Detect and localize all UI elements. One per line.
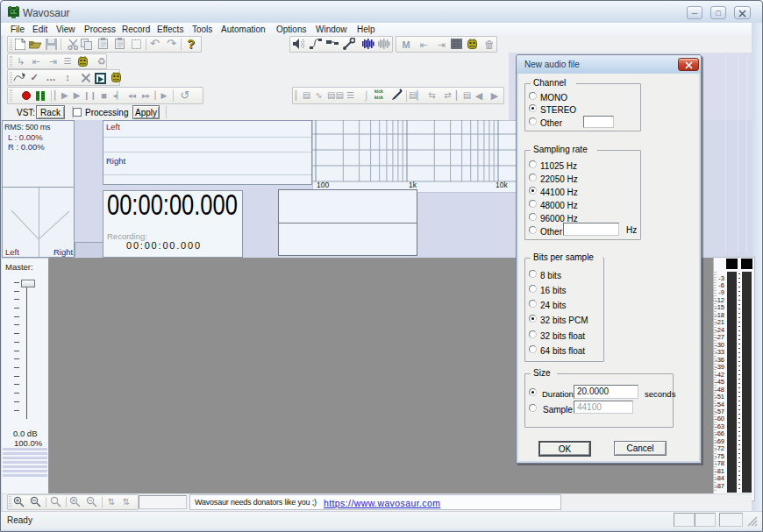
svg-text:1k: 1k (409, 181, 417, 189)
svg-text:100: 100 (317, 181, 329, 189)
svg-text:10k: 10k (496, 181, 508, 189)
